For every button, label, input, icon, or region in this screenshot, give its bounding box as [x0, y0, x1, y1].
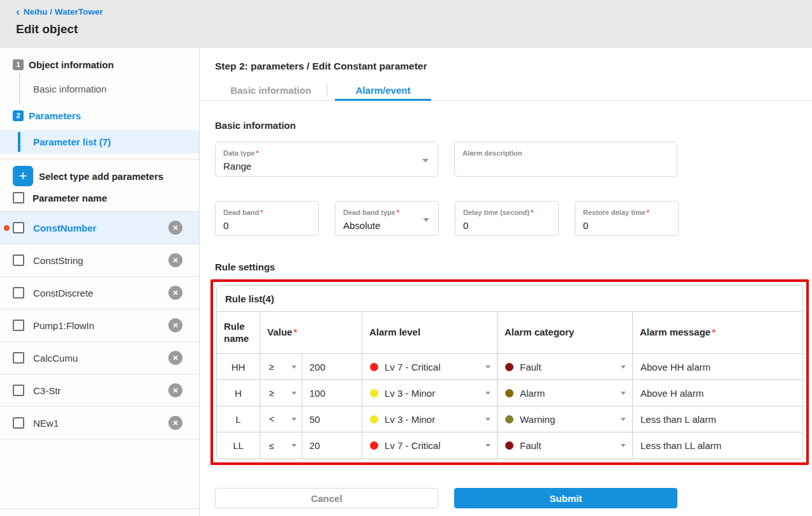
cancel-button[interactable]: Cancel	[215, 488, 438, 508]
parameter-row-new1[interactable]: NEw1 ✕	[0, 407, 199, 439]
rule-name-cell: LL	[217, 432, 260, 459]
step-1-badge: 1	[13, 59, 24, 70]
divider	[0, 508, 199, 509]
alarm-message-input[interactable]: Above HH alarm	[633, 354, 802, 380]
remove-parameter-button[interactable]: ✕	[168, 351, 182, 365]
parameter-checkbox[interactable]	[13, 254, 24, 266]
remove-parameter-button[interactable]: ✕	[168, 221, 182, 235]
submit-button[interactable]: Submit	[454, 488, 677, 508]
data-type-label: Data type*	[223, 149, 259, 157]
parameter-row-pump1-flowin[interactable]: Pump1:FlowIn ✕	[0, 309, 199, 342]
column-header-value: Value*	[260, 312, 362, 354]
parameter-checkbox[interactable]	[13, 385, 24, 396]
remove-parameter-button[interactable]: ✕	[168, 416, 182, 430]
app-header: ‹ Neihu / WaterTower Edit object	[0, 0, 812, 48]
add-parameter-label: Select type add parameters	[39, 171, 163, 182]
tab-basic-information[interactable]: Basic information	[215, 80, 327, 100]
alarm-category-select[interactable]: Fault	[498, 354, 633, 380]
required-marker: *	[256, 149, 259, 157]
dead-band-label: Dead band*	[223, 209, 263, 216]
parameter-name[interactable]: ConstString	[33, 255, 83, 266]
value-input[interactable]: 200	[302, 354, 362, 380]
sidebar: 1 Object information Basic information 2…	[0, 48, 200, 516]
delay-time-value: 0	[463, 220, 550, 231]
breadcrumb[interactable]: ‹ Neihu / WaterTower	[16, 7, 812, 17]
alarm-level-select[interactable]: Lv 7 - Critical	[362, 432, 498, 459]
rule-settings-section-title: Rule settings	[215, 262, 812, 272]
remove-parameter-button[interactable]: ✕	[168, 286, 182, 300]
dead-band-type-select[interactable]: Dead band type* Absolute	[335, 201, 439, 236]
chevron-down-icon	[485, 392, 491, 395]
annotation-highlight-box: Rule list(4) Rule name Value* Alarm leve…	[210, 279, 809, 465]
parameter-checkbox[interactable]	[13, 287, 24, 299]
data-type-value: Range	[223, 161, 430, 172]
select-all-row: Parameter name	[13, 192, 199, 203]
alarm-category-select[interactable]: Alarm	[498, 380, 633, 406]
plus-icon[interactable]: +	[13, 166, 33, 186]
parameter-name[interactable]: ConstDiscrete	[33, 288, 93, 299]
alarm-level-select[interactable]: Lv 3 - Minor	[362, 380, 498, 406]
tab-alarm-event-label: Alarm/event	[356, 85, 411, 96]
category-color-dot	[505, 415, 513, 424]
alarm-message-input[interactable]: Less than LL alarm	[633, 432, 802, 459]
remove-parameter-button[interactable]: ✕	[168, 318, 182, 332]
parameter-row-constdiscrete[interactable]: ConstDiscrete ✕	[0, 277, 199, 309]
parameter-row-calccumu[interactable]: CalcCumu ✕	[0, 342, 199, 374]
sidebar-item-parameter-list[interactable]: Parameter list (7)	[0, 130, 199, 154]
parameter-row-conststring[interactable]: ConstString ✕	[0, 244, 199, 277]
parameter-checkbox[interactable]	[13, 222, 24, 233]
parameter-name[interactable]: C3-Str	[33, 385, 61, 396]
required-marker: *	[260, 209, 263, 216]
value-input[interactable]: 100	[302, 380, 362, 406]
remove-parameter-button[interactable]: ✕	[168, 383, 182, 397]
chevron-down-icon	[621, 365, 626, 369]
data-type-select[interactable]: Data type* Range	[215, 142, 438, 177]
step-parameters[interactable]: 2 Parameters	[0, 107, 199, 124]
level-color-dot	[370, 389, 378, 397]
dead-band-input[interactable]: Dead band* 0	[215, 201, 319, 236]
chevron-down-icon	[423, 218, 429, 222]
value-input[interactable]: 50	[302, 406, 362, 432]
delay-time-input[interactable]: Delay time (second)* 0	[455, 201, 559, 236]
alarm-level-select[interactable]: Lv 7 - Critical	[362, 354, 498, 380]
select-all-checkbox[interactable]	[13, 192, 24, 203]
main-panel: Step 2: parameters / Edit Constant param…	[200, 48, 812, 516]
category-color-dot	[505, 389, 513, 397]
alarm-message-input[interactable]: Less than L alarm	[633, 406, 802, 432]
step-object-information[interactable]: 1 Object information	[0, 55, 199, 73]
operator-select[interactable]: <	[260, 406, 302, 432]
parameter-name[interactable]: NEw1	[33, 418, 59, 429]
parameter-checkbox[interactable]	[13, 417, 24, 429]
restore-delay-time-input[interactable]: Restore delay time* 0	[575, 201, 679, 236]
alarm-level-select[interactable]: Lv 3 - Minor	[362, 406, 498, 432]
close-icon: ✕	[172, 256, 178, 265]
breadcrumb-path[interactable]: Neihu / WaterTower	[24, 7, 103, 17]
page-title: Edit object	[16, 22, 812, 36]
alarm-category-select[interactable]: Fault	[498, 432, 633, 459]
step-2-badge: 2	[13, 110, 24, 121]
parameter-checkbox[interactable]	[13, 352, 24, 364]
parameter-row-constnumber[interactable]: ConstNumber ✕	[0, 212, 199, 244]
parameter-name[interactable]: CalcCumu	[33, 353, 78, 364]
parameter-name[interactable]: Pump1:FlowIn	[33, 320, 94, 331]
parameter-name[interactable]: ConstNumber	[33, 223, 96, 233]
operator-select[interactable]: ≥	[260, 354, 302, 380]
alarm-category-select[interactable]: Warning	[498, 406, 633, 432]
alarm-description-input[interactable]: Alarm description	[454, 142, 677, 177]
add-parameter-button[interactable]: + Select type add parameters	[13, 166, 199, 186]
dead-band-type-label: Dead band type*	[343, 209, 399, 216]
category-color-dot	[505, 363, 513, 371]
parameter-checkbox[interactable]	[13, 320, 24, 331]
remove-parameter-button[interactable]: ✕	[168, 253, 182, 267]
alarm-message-input[interactable]: Above H alarm	[633, 380, 802, 406]
sidebar-item-basic-information[interactable]: Basic information	[19, 73, 199, 104]
step-1-label: Object information	[29, 59, 114, 70]
close-icon: ✕	[172, 321, 178, 330]
operator-select[interactable]: ≤	[260, 432, 302, 459]
tab-alarm-event[interactable]: Alarm/event	[327, 80, 439, 100]
column-header-rule-name: Rule name	[217, 312, 260, 354]
operator-select[interactable]: ≥	[260, 380, 302, 406]
parameter-row-c3-str[interactable]: C3-Str ✕	[0, 374, 199, 407]
delay-time-label: Delay time (second)*	[463, 209, 533, 216]
value-input[interactable]: 20	[302, 432, 362, 459]
